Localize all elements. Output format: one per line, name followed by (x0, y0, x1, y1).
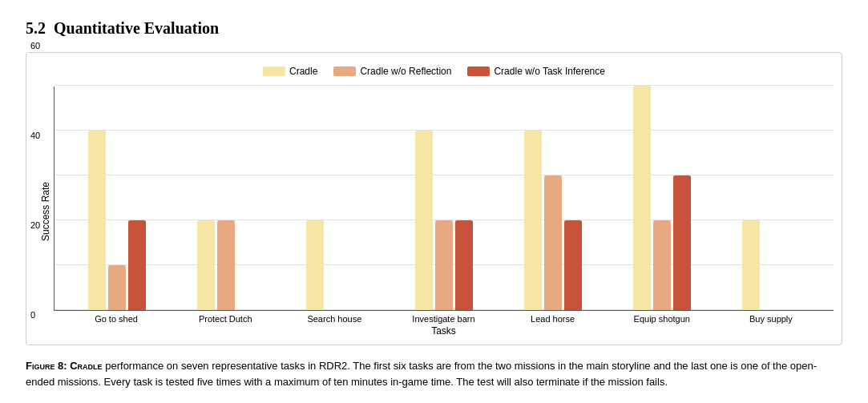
legend-swatch-2 (467, 66, 490, 76)
bar-0-cradle-wo-reflection (108, 265, 126, 310)
caption-text: performance on seven representative task… (26, 360, 817, 388)
bar-6-cradle (742, 220, 760, 310)
x-label-0: Go to shed (84, 314, 148, 324)
legend-label-2: Cradle w/o Task Inference (494, 66, 605, 77)
task-group-2 (306, 220, 364, 310)
chart-legend: CradleCradle w/o ReflectionCradle w/o Ta… (34, 66, 834, 77)
x-label-4: Lead horse (521, 314, 585, 324)
y-tick-60: 60 (30, 41, 40, 50)
task-group-5 (633, 86, 691, 310)
section-title: 5.2 Quantitative Evaluation (26, 19, 842, 38)
x-labels: Go to shedProtect DutchSearch houseInves… (54, 314, 834, 324)
task-group-0 (88, 131, 146, 310)
legend-item-1: Cradle w/o Reflection (333, 66, 451, 77)
y-axis-label: Success Rate (34, 87, 54, 337)
legend-label-0: Cradle (289, 66, 317, 77)
chart-container: CradleCradle w/o ReflectionCradle w/o Ta… (26, 52, 842, 345)
bar-4-cradle (524, 131, 542, 310)
bar-0-cradle-wo-task-inference (128, 220, 146, 310)
figure-label: Figure 8: (26, 360, 70, 372)
task-group-3 (415, 131, 473, 310)
x-label-1: Protect Dutch (193, 314, 257, 324)
x-label-5: Equip shotgun (630, 314, 694, 324)
bar-5-cradle (633, 86, 651, 310)
task-group-6 (742, 220, 800, 310)
bar-0-cradle (88, 131, 106, 310)
bar-3-cradle-wo-task-inference (455, 220, 473, 310)
x-label-3: Investigate barn (411, 314, 475, 324)
chart-area: Success Rate 020406080100 Go to shedProt… (34, 87, 834, 337)
section-number: 5.2 (26, 19, 46, 37)
task-group-4 (524, 131, 582, 310)
bar-4-cradle-wo-task-inference (564, 220, 582, 310)
section-text: Quantitative Evaluation (54, 19, 219, 37)
bar-4-cradle-wo-reflection (544, 175, 562, 310)
legend-label-1: Cradle w/o Reflection (360, 66, 451, 77)
grid-line-100: 100 (55, 85, 834, 86)
legend-item-2: Cradle w/o Task Inference (467, 66, 605, 77)
bar-1-cradle (197, 220, 215, 310)
figure-caption: Figure 8: Cradle performance on seven re… (26, 358, 842, 389)
bar-5-cradle-wo-reflection (653, 220, 671, 310)
chart-inner: 020406080100 Go to shedProtect DutchSear… (54, 87, 834, 337)
legend-item-0: Cradle (263, 66, 317, 77)
app-name: Cradle (70, 360, 102, 372)
chart-plot: 020406080100 (54, 87, 834, 311)
x-label-2: Search house (302, 314, 366, 324)
bar-1-cradle-wo-reflection (217, 220, 235, 310)
bar-3-cradle-wo-reflection (435, 220, 453, 310)
x-label-6: Buy supply (739, 314, 803, 324)
bar-5-cradle-wo-task-inference (673, 175, 691, 310)
bars-container (63, 87, 826, 310)
x-axis-title: Tasks (54, 325, 834, 337)
task-group-1 (197, 220, 255, 310)
bar-2-cradle (306, 220, 324, 310)
legend-swatch-0 (263, 66, 285, 76)
legend-swatch-1 (333, 66, 356, 76)
bar-3-cradle (415, 131, 433, 310)
